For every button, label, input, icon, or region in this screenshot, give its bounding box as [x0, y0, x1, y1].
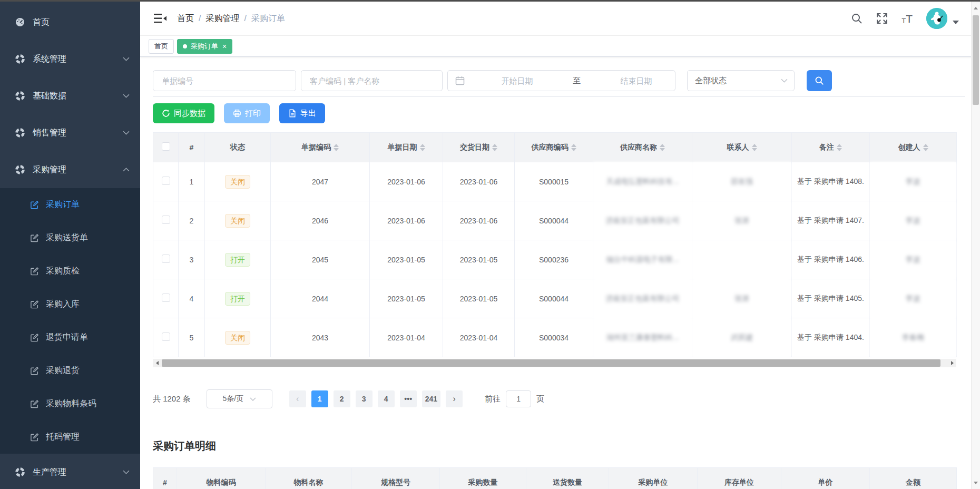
col-delivery-date[interactable]: 交货日期 — [443, 133, 515, 162]
status-badge: 关闭 — [225, 214, 250, 228]
menu-fold-icon[interactable] — [154, 13, 166, 24]
row-checkbox[interactable] — [162, 255, 170, 263]
component-icon — [15, 467, 25, 477]
sidebar-item-pallet-code[interactable]: 托码管理 — [0, 420, 140, 454]
user-menu[interactable] — [926, 8, 959, 29]
avatar[interactable] — [926, 8, 947, 29]
sidebar-item-material-barcode[interactable]: 采购物料条码 — [0, 387, 140, 420]
vertical-scrollbar-thumb[interactable] — [973, 15, 979, 105]
status-select[interactable]: 全部状态 — [687, 70, 795, 91]
customer-input[interactable] — [301, 70, 443, 91]
tag-label: 首页 — [154, 42, 168, 51]
col-creator[interactable]: 创建人 — [870, 133, 957, 162]
sort-icon[interactable] — [660, 144, 665, 151]
creator-redacted: 李波 — [870, 201, 957, 240]
doc-no-input[interactable] — [153, 70, 296, 91]
sidebar-item-home[interactable]: 首页 — [0, 4, 140, 41]
page-button-4[interactable]: 4 — [378, 390, 395, 407]
page-button-last[interactable]: 241 — [422, 390, 440, 407]
prev-page-button[interactable]: ‹ — [289, 390, 306, 407]
start-date-input[interactable] — [465, 76, 570, 85]
font-size-icon[interactable]: TT — [901, 13, 913, 24]
close-icon[interactable]: × — [222, 43, 227, 50]
sidebar-item-label: 采购退货 — [46, 365, 80, 376]
tag-home[interactable]: 首页 — [149, 39, 174, 54]
search-button[interactable] — [807, 70, 832, 91]
table-row[interactable]: 3 打开 2045 2023-01-05 2023-01-05 S000236 … — [153, 240, 957, 279]
date-range-picker[interactable]: 至 — [447, 70, 675, 91]
col-supplier-name[interactable]: 供应商名称 — [593, 133, 692, 162]
main-area: 首页 / 采购管理 / 采购订单 TT 首页 — [140, 2, 980, 489]
edit-icon — [30, 366, 39, 375]
sidebar-item-label: 采购质检 — [46, 266, 80, 277]
sort-icon[interactable] — [837, 144, 842, 151]
sidebar-item-production[interactable]: 生产管理 — [0, 454, 140, 489]
scroll-down-icon[interactable] — [972, 477, 980, 488]
table-row[interactable]: 4 打开 2044 2023-01-05 2023-01-05 S000044 … — [153, 279, 957, 318]
calendar-icon — [455, 76, 465, 85]
more-pages-button[interactable]: ••• — [400, 390, 417, 407]
search-icon — [815, 76, 824, 85]
tag-purchase-order[interactable]: 采购订单 × — [177, 39, 232, 54]
detail-section-title: 采购订单明细 — [153, 439, 965, 453]
sidebar-item-purchase-order[interactable]: 采购订单 — [0, 188, 140, 221]
horizontal-scrollbar[interactable] — [153, 359, 956, 367]
vertical-scrollbar[interactable] — [971, 2, 980, 489]
scroll-left-icon[interactable] — [153, 359, 161, 367]
breadcrumb-home[interactable]: 首页 — [177, 13, 194, 24]
caret-down-icon[interactable] — [953, 21, 959, 24]
sidebar-item-return-request[interactable]: 退货申请单 — [0, 321, 140, 354]
status-select-value: 全部状态 — [695, 76, 727, 86]
next-page-button[interactable]: › — [446, 390, 463, 407]
col-supplier-code[interactable]: 供应商编码 — [515, 133, 593, 162]
select-all-checkbox[interactable] — [162, 142, 170, 151]
col-doc-date[interactable]: 单据日期 — [370, 133, 443, 162]
sort-icon[interactable] — [752, 144, 757, 151]
sidebar-item-sales[interactable]: 销售管理 — [0, 114, 140, 151]
sidebar-item-purchase[interactable]: 采购管理 — [0, 151, 140, 188]
page-button-3[interactable]: 3 — [356, 390, 373, 407]
table-row[interactable]: 1 关闭 2047 2023-01-06 2023-01-06 S000015 … — [153, 162, 957, 201]
sort-icon[interactable] — [923, 144, 928, 151]
row-checkbox[interactable] — [162, 332, 170, 341]
sidebar-item-purchase-delivery[interactable]: 采购送货单 — [0, 221, 140, 255]
sidebar-item-basedata[interactable]: 基础数据 — [0, 77, 140, 114]
sidebar-item-label: 生产管理 — [33, 467, 66, 478]
status-badge: 打开 — [225, 253, 250, 267]
table-row[interactable]: 5 关闭 2043 2023-01-04 2023-01-04 S000034 … — [153, 318, 957, 357]
row-checkbox[interactable] — [162, 294, 170, 302]
sidebar-item-purchase-inbound[interactable]: 采购入库 — [0, 288, 140, 321]
col-contact[interactable]: 联系人 — [692, 133, 792, 162]
sort-icon[interactable] — [492, 144, 497, 151]
chevron-down-icon — [123, 470, 130, 474]
page-button-1[interactable]: 1 — [311, 390, 328, 407]
breadcrumb-purchase[interactable]: 采购管理 — [205, 13, 239, 24]
sidebar-item-purchase-qc[interactable]: 采购质检 — [0, 255, 140, 288]
print-button[interactable]: 打印 — [224, 103, 270, 123]
fullscreen-icon[interactable] — [876, 13, 888, 24]
col-remark[interactable]: 备注 — [792, 133, 870, 162]
contact-redacted: 张涛 — [692, 279, 792, 318]
end-date-input[interactable] — [584, 76, 689, 85]
button-label: 打印 — [245, 109, 261, 119]
page-size-select[interactable]: 5条/页 — [207, 389, 272, 408]
sidebar-item-purchase-return[interactable]: 采购退货 — [0, 354, 140, 387]
goto-page-input[interactable] — [506, 390, 531, 407]
row-checkbox[interactable] — [162, 177, 170, 185]
breadcrumb: 首页 / 采购管理 / 采购订单 — [177, 13, 285, 24]
sync-data-button[interactable]: 同步数据 — [153, 103, 214, 123]
page-button-2[interactable]: 2 — [334, 390, 350, 407]
search-icon[interactable] — [851, 13, 863, 24]
sort-icon[interactable] — [334, 144, 339, 151]
scroll-right-icon[interactable] — [948, 359, 956, 367]
sidebar-item-system[interactable]: 系统管理 — [0, 41, 140, 77]
scroll-up-icon[interactable] — [972, 3, 980, 13]
row-checkbox[interactable] — [162, 216, 170, 224]
table-row[interactable]: 2 关闭 2046 2023-01-06 2023-01-06 S000044 … — [153, 201, 957, 240]
sort-icon[interactable] — [420, 144, 425, 151]
horizontal-scrollbar-thumb[interactable] — [162, 359, 940, 367]
col-doc-code[interactable]: 单据编码 — [271, 133, 370, 162]
table-header-row: # 状态 单据编码 单据日期 交货日期 供应商编码 供应商名称 联系人 备注 创… — [153, 133, 957, 162]
export-button[interactable]: 导出 — [279, 103, 325, 123]
sort-icon[interactable] — [571, 144, 576, 151]
